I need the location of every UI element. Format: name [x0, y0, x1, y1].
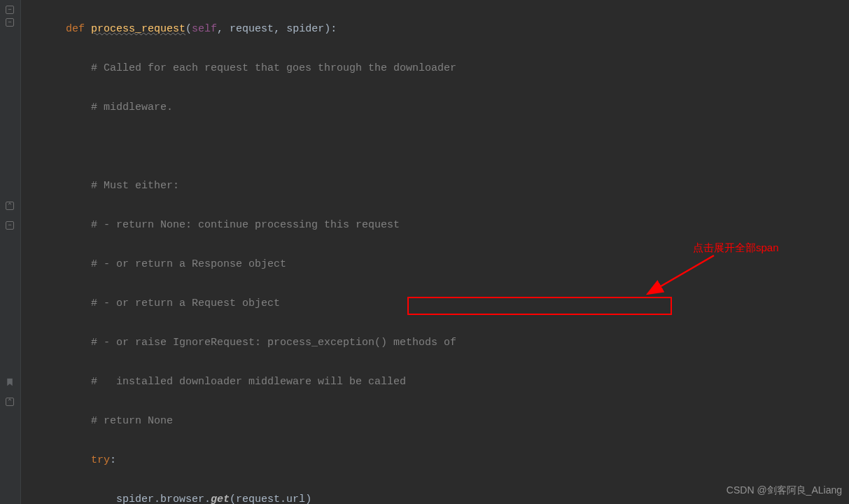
keyword-try: try [91, 454, 110, 466]
fold-up-icon[interactable]: ⌃ [3, 201, 17, 211]
comment: # middleware. [91, 102, 173, 113]
code-line[interactable]: # Must either: [27, 176, 849, 196]
comment: # - or return a Request object [91, 298, 280, 309]
fold-region-icon[interactable]: − [3, 5, 17, 15]
code-line[interactable]: # return None [27, 412, 849, 431]
comment: # - or return a Response object [91, 258, 286, 270]
code-line[interactable]: # - or return a Response object [27, 255, 849, 274]
param: spider [286, 23, 324, 35]
fold-region-icon[interactable]: − [3, 220, 17, 230]
function-name: process_request [91, 23, 185, 35]
code-line[interactable]: # - return None: continue processing thi… [27, 216, 849, 235]
comment: # Called for each request that goes thro… [91, 62, 456, 74]
gutter: − − ⌃ − ⌃ [0, 0, 21, 504]
fold-region-icon[interactable]: − [3, 18, 17, 27]
code-line[interactable]: def process_request(self, request, spide… [27, 20, 849, 39]
code-line[interactable]: # installed downloader middleware will b… [27, 372, 849, 392]
comment: # - return None: continue processing thi… [91, 219, 400, 231]
bookmark-icon[interactable] [3, 377, 17, 387]
code-area[interactable]: def process_request(self, request, spide… [21, 0, 849, 504]
watermark: CSDN @剑客阿良_ALiang [727, 480, 842, 500]
code-editor[interactable]: − − ⌃ − ⌃ def process_request(self, requ… [0, 0, 849, 504]
param: request [230, 23, 274, 35]
annotation-highlight-box [407, 297, 672, 315]
code-line[interactable]: # Called for each request that goes thro… [27, 59, 849, 78]
annotation-label: 点击展开全部span [693, 238, 779, 258]
code-line[interactable] [27, 137, 849, 157]
comment: # - or raise IgnoreRequest: process_exce… [91, 337, 456, 349]
comment: # return None [91, 415, 173, 427]
fold-up-icon[interactable]: ⌃ [3, 397, 17, 407]
code-line[interactable]: # middleware. [27, 98, 849, 118]
param-self: self [192, 23, 217, 35]
code-line[interactable]: try: [27, 451, 849, 470]
comment: # installed downloader middleware will b… [91, 376, 406, 388]
keyword-def: def [66, 23, 91, 35]
code-line[interactable]: spider.browser.get(request.url) [27, 490, 849, 504]
comment: # Must either: [91, 180, 179, 192]
method-call: get [211, 493, 230, 504]
code-line[interactable]: # - or raise IgnoreRequest: process_exce… [27, 333, 849, 353]
